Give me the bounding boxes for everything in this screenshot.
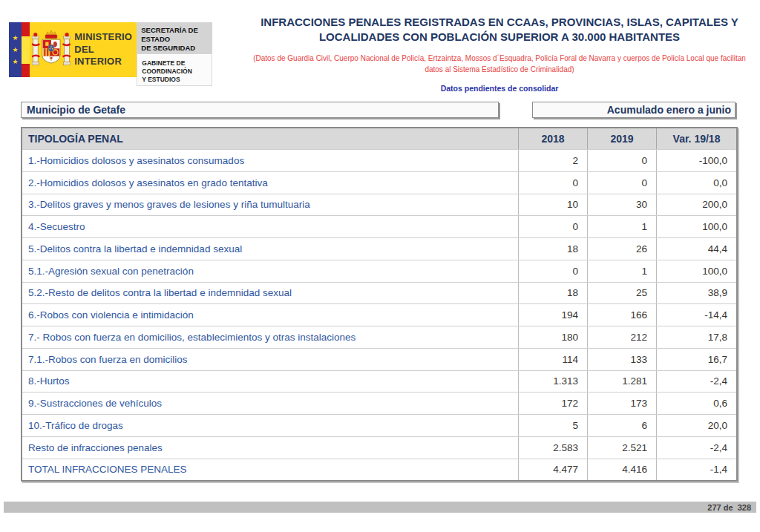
column-header-variation: Var. 19/18 [656, 128, 736, 149]
row-label: 1.-Homicidios dolosos y asesinatos consu… [22, 150, 518, 171]
row-label: 10.-Tráfico de drogas [22, 415, 518, 436]
table-row: 5.-Delitos contra la libertad e indemnid… [22, 237, 736, 260]
table-row: 1.-Homicidios dolosos y asesinatos consu… [22, 149, 736, 171]
eu-flag-stripe: ★ ★ ★ [9, 22, 22, 77]
data-sources-note: (Datos de Guardia Civil, Cuerpo Nacional… [246, 53, 753, 75]
row-value-variation: -14,4 [656, 304, 736, 326]
row-value-2019: 173 [587, 393, 656, 414]
row-value-2019: 30 [587, 194, 656, 216]
row-label: 8.-Hurtos [22, 371, 518, 393]
ministry-name: MINISTERIO DEL INTERIOR [74, 31, 137, 69]
row-value-variation: 38,9 [656, 283, 736, 304]
table-row: 7.1.-Robos con fuerza en domicilios 114 … [22, 348, 736, 370]
row-label: Resto de infracciones penales [22, 437, 518, 459]
row-value-variation: 100,0 [656, 216, 736, 237]
row-value-2018: 2.583 [518, 437, 587, 459]
row-label: 6.-Robos con violencia e intimidación [22, 304, 518, 326]
row-value-2018: 18 [518, 238, 587, 260]
row-label: 7.- Robos con fuerza en domicilios, esta… [22, 326, 518, 348]
table-row: 10.-Tráfico de drogas 5 6 20,0 [22, 414, 736, 436]
row-value-variation: 16,7 [656, 349, 736, 370]
eu-star-icon: ★ [13, 35, 19, 42]
ministry-logo: ★ ★ ★ [9, 22, 212, 77]
row-label: 2.-Homicidios dolosos y asesinatos en gr… [22, 172, 518, 194]
row-value-2019: 4.416 [587, 459, 656, 481]
row-value-variation: -1,4 [656, 459, 736, 481]
row-value-2018: 5 [518, 415, 587, 436]
row-value-2018: 180 [518, 326, 587, 348]
table-body: 1.-Homicidios dolosos y asesinatos consu… [22, 149, 736, 480]
crime-statistics-table: TIPOLOGÍA PENAL 2018 2019 Var. 19/18 1.-… [21, 127, 738, 482]
row-value-2019: 133 [587, 349, 656, 370]
row-value-2019: 25 [587, 283, 656, 304]
page-title: INFRACCIONES PENALES REGISTRADAS EN CCAA… [246, 15, 753, 45]
row-value-2019: 1 [587, 216, 656, 237]
row-label: 5.1.-Agresión sexual con penetración [22, 260, 518, 282]
table-row: 5.1.-Agresión sexual con penetración 0 1… [22, 260, 736, 282]
row-value-2019: 6 [587, 415, 656, 436]
row-value-2018: 0 [518, 260, 587, 282]
row-label: 4.-Secuestro [22, 216, 518, 237]
row-value-variation: 200,0 [656, 194, 736, 216]
secretaria-label: SECRETARÍA DE ESTADO DE SEGURIDAD [137, 22, 212, 54]
gabinete-label: GABINETE DE COORDINACIÓN Y ESTUDIOS [137, 54, 212, 86]
table-row: 8.-Hurtos 1.313 1.281 -2,4 [22, 370, 736, 393]
row-value-variation: -100,0 [656, 150, 736, 171]
logo-yellow-panel: MINISTERIO DEL INTERIOR [30, 22, 137, 77]
row-value-variation: 17,8 [656, 326, 736, 348]
table-row: TOTAL INFRACCIONES PENALES 4.477 4.416 -… [22, 459, 736, 481]
row-value-2018: 172 [518, 393, 587, 414]
row-value-2018: 114 [518, 349, 587, 370]
spain-coat-of-arms-icon [32, 26, 71, 73]
row-value-2018: 10 [518, 194, 587, 216]
page-indicator: 277 de 328 [707, 503, 751, 512]
row-label: 3.-Delitos graves y menos graves de lesi… [22, 194, 518, 216]
column-header-2018: 2018 [518, 128, 587, 149]
eu-star-icon: ★ [13, 47, 19, 53]
eu-star-icon: ★ [13, 59, 19, 65]
row-value-variation: 100,0 [656, 260, 736, 282]
row-value-2019: 2.521 [587, 437, 656, 459]
row-value-2019: 26 [587, 238, 656, 260]
period-bar: Acumulado enero a junio [532, 102, 736, 118]
row-value-variation: 20,0 [656, 415, 736, 436]
row-value-variation: -2,4 [656, 437, 736, 459]
row-value-2019: 1 [587, 260, 656, 282]
column-header-tipologia: TIPOLOGÍA PENAL [22, 128, 518, 149]
table-row: 6.-Robos con violencia e intimidación 19… [22, 303, 736, 326]
table-row: 3.-Delitos graves y menos graves de lesi… [22, 194, 736, 216]
row-value-2018: 1.313 [518, 371, 587, 393]
table-row: 7.- Robos con fuerza en domicilios, esta… [22, 326, 736, 348]
row-label: TOTAL INFRACCIONES PENALES [22, 459, 518, 481]
row-label: 5.-Delitos contra la libertad e indemnid… [22, 238, 518, 260]
table-row: 5.2.-Resto de delitos contra la libertad… [22, 282, 736, 304]
row-value-2019: 0 [587, 150, 656, 171]
row-value-variation: 0,6 [656, 393, 736, 414]
table-row: 4.-Secuestro 0 1 100,0 [22, 215, 736, 237]
row-value-2019: 212 [587, 326, 656, 348]
row-value-2018: 194 [518, 304, 587, 326]
page-number-bar: 277 de 328 [4, 502, 756, 513]
row-value-2018: 0 [518, 172, 587, 194]
pending-consolidation-note: Datos pendientes de consolidar [246, 84, 753, 93]
report-header: INFRACCIONES PENALES REGISTRADAS EN CCAA… [246, 15, 753, 93]
row-value-2019: 0 [587, 172, 656, 194]
table-header-row: TIPOLOGÍA PENAL 2018 2019 Var. 19/18 [22, 128, 736, 149]
row-label: 7.1.-Robos con fuerza en domicilios [22, 349, 518, 370]
row-value-2018: 2 [518, 150, 587, 171]
row-value-2019: 166 [587, 304, 656, 326]
row-value-2018: 4.477 [518, 459, 587, 481]
column-header-2019: 2019 [587, 128, 656, 149]
row-value-2018: 18 [518, 283, 587, 304]
row-value-variation: 0,0 [656, 172, 736, 194]
row-value-variation: 44,4 [656, 238, 736, 260]
row-value-variation: -2,4 [656, 371, 736, 393]
row-label: 9.-Sustracciones de vehículos [22, 393, 518, 414]
spain-flag-stripe [22, 22, 30, 77]
table-row: 2.-Homicidios dolosos y asesinatos en gr… [22, 171, 736, 194]
table-row: Resto de infracciones penales 2.583 2.52… [22, 436, 736, 459]
row-label: 5.2.-Resto de delitos contra la libertad… [22, 283, 518, 304]
row-value-2018: 0 [518, 216, 587, 237]
row-value-2019: 1.281 [587, 371, 656, 393]
municipality-bar: Municipio de Getafe [21, 102, 499, 118]
